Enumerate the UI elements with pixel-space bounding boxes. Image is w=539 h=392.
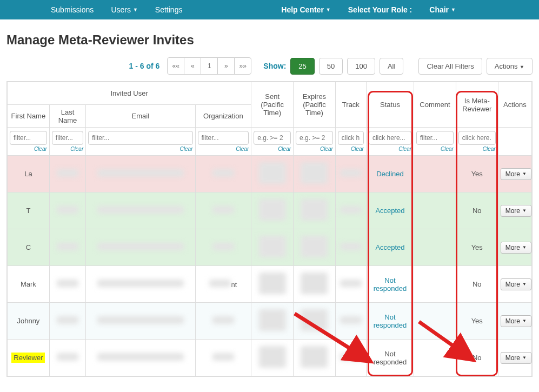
caret-down-icon: ▼ [451,7,456,12]
filter-org-cell: Clear [195,128,251,156]
filter-email[interactable] [88,131,192,145]
clear-link[interactable]: Clear [198,146,249,152]
cell-actions: More ▼ [498,303,531,340]
cell-first-name: Johnny [8,303,50,340]
clear-link[interactable]: Clear [88,146,192,152]
cell-email [86,340,195,376]
filter-sent[interactable] [254,131,291,145]
clear-link[interactable]: Clear [296,146,333,152]
filter-comment[interactable] [416,131,454,145]
cell-expires [294,156,336,192]
filter-status-cell: Clear [366,128,414,156]
clear-link[interactable]: Clear [458,146,496,152]
cell-sent [251,229,294,266]
th-organization[interactable]: Organization [195,105,251,128]
nav-settings[interactable]: Settings [148,1,190,18]
cell-comment [414,340,456,376]
page-size-100[interactable]: 100 [347,58,375,75]
cell-org [195,229,251,266]
cell-org: nt [195,266,251,303]
th-first-name[interactable]: First Name [8,105,50,128]
th-track[interactable]: Track [335,82,366,128]
clear-link[interactable]: Clear [254,146,291,152]
toolbar: 1 - 6 of 6 «« « 1 » »» Show: 25 50 100 A… [0,57,539,81]
cell-track [335,192,366,229]
more-button[interactable]: More ▼ [501,278,531,290]
status-link[interactable]: Accepted [375,207,404,215]
cell-is-meta: Yes [456,229,498,266]
page-size-all[interactable]: All [380,58,403,75]
table-row: Reviewer Not responded No More ▼ [8,340,532,376]
filter-last-name[interactable] [52,131,83,145]
more-button[interactable]: More ▼ [501,168,531,180]
status-link[interactable]: Not responded [374,313,407,329]
nav-help-center[interactable]: Help Center ▼ [274,1,338,18]
caret-down-icon: ▼ [326,7,331,12]
first-name-highlight: Reviewer [11,353,45,363]
filter-track[interactable] [338,131,364,145]
cell-expires [294,303,336,340]
nav-role-dropdown[interactable]: Chair ▼ [422,1,463,18]
clear-link[interactable]: Clear [369,146,411,152]
status-link[interactable]: Not responded [374,276,407,293]
clear-link[interactable]: Clear [52,146,83,152]
th-expires[interactable]: Expires (Pacific Time) [294,82,336,128]
filter-status[interactable] [369,131,411,145]
th-sent[interactable]: Sent (Pacific Time) [251,82,294,128]
filter-expires[interactable] [296,131,333,145]
status-link[interactable]: Accepted [375,243,404,251]
cell-status: Not responded [366,266,414,303]
cell-track [335,266,366,303]
page-title: Manage Meta-Reviewer Invites [0,19,539,57]
th-last-name[interactable]: Last Name [49,105,85,128]
cell-status: Accepted [366,229,414,266]
more-button[interactable]: More ▼ [501,205,531,217]
th-is-meta[interactable]: Is Meta-Reviewer [456,82,498,128]
nav-submissions[interactable]: Submissions [43,1,101,18]
pager-prev[interactable]: « [184,57,201,75]
cell-last-name [49,340,85,376]
filter-first-name[interactable] [10,131,47,145]
page-size-50[interactable]: 50 [319,58,343,75]
table-row: T Accepted No More ▼ [8,192,532,229]
pager-first[interactable]: «« [167,57,184,75]
cell-last-name [49,192,85,229]
pager-page[interactable]: 1 [201,57,218,75]
cell-sent [251,303,294,340]
cell-sent [251,156,294,192]
th-comment[interactable]: Comment [414,82,456,128]
filter-is-meta[interactable] [458,131,496,145]
th-invited-user: Invited User [8,82,251,105]
show-label: Show: [263,62,286,70]
th-actions: Actions [498,82,531,128]
clear-link[interactable]: Clear [10,146,47,152]
cell-actions: More ▼ [498,156,531,192]
th-email[interactable]: Email [86,105,195,128]
filter-last-name-cell: Clear [49,128,85,156]
cell-comment [414,156,456,192]
status-link[interactable]: Declined [376,170,404,178]
filter-organization[interactable] [198,131,249,145]
cell-track [335,229,366,266]
cell-is-meta: No [456,192,498,229]
page-size-25[interactable]: 25 [290,58,314,75]
clear-link[interactable]: Clear [338,146,364,152]
pager-last[interactable]: »» [234,57,251,75]
nav-select-role-label: Select Your Role : [341,1,420,18]
more-button[interactable]: More ▼ [501,315,531,327]
more-button[interactable]: More ▼ [501,242,531,254]
nav-users[interactable]: Users ▼ [103,1,145,18]
cell-comment [414,192,456,229]
pager-next[interactable]: » [217,57,235,75]
actions-dropdown[interactable]: Actions ▼ [487,58,533,75]
clear-link[interactable]: Clear [416,146,454,152]
th-status[interactable]: Status [366,82,414,128]
nav-help-label: Help Center [281,5,324,14]
caret-down-icon: ▼ [133,7,138,12]
actions-label: Actions [495,62,518,70]
more-button[interactable]: More ▼ [501,352,531,364]
clear-all-filters-button[interactable]: Clear All Filters [418,58,482,75]
table-row: Mark nt Not responded No More ▼ [8,266,532,303]
filter-track-cell: Clear [335,128,366,156]
filter-first-name-cell: Clear [8,128,50,156]
